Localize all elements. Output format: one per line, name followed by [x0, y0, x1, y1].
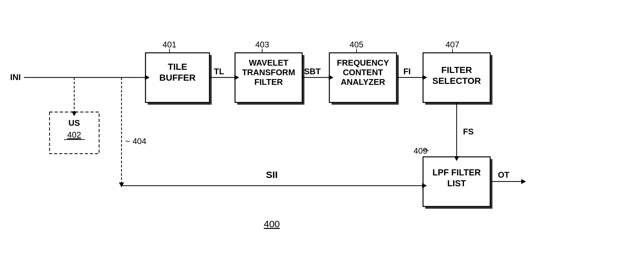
filter-selector-label: FILTER: [441, 65, 472, 75]
label-404: ~ 404: [125, 136, 146, 146]
wavelet-label: WAVELET: [249, 58, 288, 68]
sii-label: SII: [266, 169, 278, 180]
sbt-label: SBT: [304, 67, 321, 76]
ini-label: INI: [10, 72, 21, 82]
fs-label: FS: [463, 127, 474, 136]
svg-text:FILTER: FILTER: [254, 77, 283, 87]
diagram-container: TILE BUFFER 401 WAVELET TRANSFORM FILTER…: [0, 0, 644, 266]
label-405: 405: [349, 40, 363, 49]
label-401: 401: [162, 40, 176, 49]
us-label: US: [68, 118, 80, 128]
svg-text:BUFFER: BUFFER: [159, 73, 196, 83]
freq-analyzer-label: FREQUENCY: [337, 58, 389, 68]
label-407: 407: [445, 40, 459, 49]
label-400: 400: [264, 219, 280, 229]
tl-label: TL: [214, 67, 224, 76]
svg-text:TRANSFORM: TRANSFORM: [242, 68, 295, 77]
svg-text:CONTENT: CONTENT: [343, 68, 383, 77]
label-402: 402: [67, 130, 81, 140]
block-diagram: TILE BUFFER 401 WAVELET TRANSFORM FILTER…: [0, 0, 644, 266]
svg-text:ANALYZER: ANALYZER: [341, 77, 385, 87]
lpf-filter-label: LPF FILTER: [433, 168, 481, 177]
ot-label: OT: [498, 170, 509, 180]
svg-text:LIST: LIST: [447, 179, 466, 188]
svg-text:SELECTOR: SELECTOR: [432, 76, 481, 86]
label-409: 409: [413, 146, 427, 156]
label-403: 403: [255, 40, 269, 49]
fi-label: FI: [403, 67, 411, 76]
tile-buffer-label: TILE: [168, 62, 187, 72]
